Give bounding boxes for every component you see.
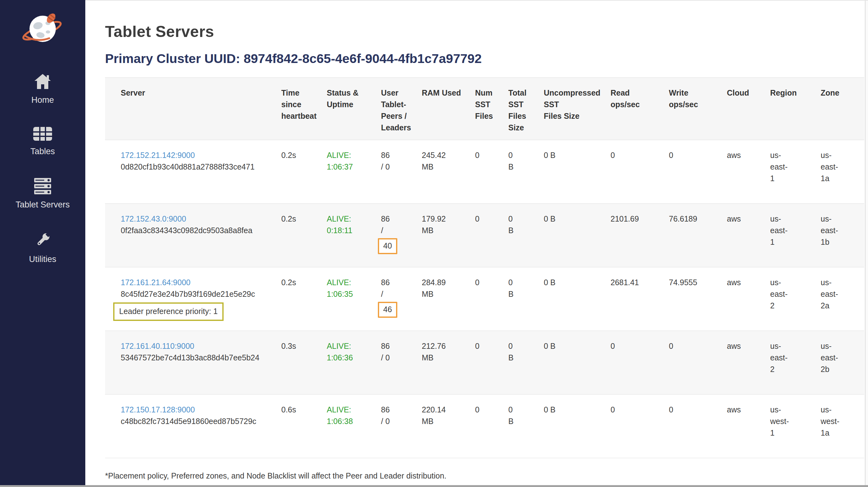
server-link[interactable]: 172.161.21.64:9000 <box>121 278 190 287</box>
cloud-cell: aws <box>727 204 770 267</box>
server-cell: 172.161.40.110:900053467572be7c4d13b3ac8… <box>105 331 281 395</box>
uncompressed-sst-size-cell: 0 B <box>544 267 611 331</box>
heartbeat-cell: 0.2s <box>281 267 327 331</box>
zone-cell: us- east- 1a <box>820 140 864 204</box>
server-uuid: c48bc82fc7314d5e91860eed87b5729c <box>121 416 278 427</box>
peers-leaders-cell: 86/40 <box>381 204 422 267</box>
cloud-cell: aws <box>727 331 770 395</box>
ram-cell: 179.92 MB <box>422 204 475 267</box>
sidebar: Home Tables <box>0 0 85 487</box>
total-sst-size-cell: 0 B <box>508 267 544 331</box>
peers-leaders-cell: 86/ 0 <box>381 140 422 204</box>
server-uuid: 53467572be7c4d13b3ac88d4b7ee5b24 <box>121 352 278 363</box>
column-header: Uncompressed SST Files Size <box>544 78 611 140</box>
sidebar-nav: Home Tables <box>16 73 70 264</box>
column-header: Read ops/sec <box>611 78 669 140</box>
server-cell: 172.152.21.142:90000d820cf1b93c40d881a27… <box>105 140 281 204</box>
total-sst-size-cell: 0 B <box>508 204 544 267</box>
server-link[interactable]: 172.150.17.128:9000 <box>121 405 195 414</box>
column-header: Num SST Files <box>475 78 508 140</box>
total-sst-size-cell: 0 B <box>508 331 544 395</box>
region-cell: us- west- 1 <box>770 395 820 458</box>
sidebar-item-label: Home <box>31 95 54 105</box>
uncompressed-sst-size-cell: 0 B <box>544 395 611 458</box>
status-cell: ALIVE: 1:06:38 <box>327 395 381 458</box>
server-link[interactable]: 172.152.21.142:9000 <box>121 151 195 160</box>
total-sst-size-cell: 0 B <box>508 140 544 204</box>
zone-cell: us- east- 2b <box>820 331 864 395</box>
total-sst-size-cell: 0 B <box>508 395 544 458</box>
heartbeat-cell: 0.2s <box>281 204 327 267</box>
status-cell: ALIVE: 1:06:36 <box>327 331 381 395</box>
scrollbar-track[interactable] <box>865 0 868 487</box>
peers-leaders-cell: 86/ 0 <box>381 331 422 395</box>
server-uuid: 0f2faa3c834343c0982dc9503a8a8fea <box>121 225 278 236</box>
table-row: 172.161.40.110:900053467572be7c4d13b3ac8… <box>105 331 864 395</box>
main-content: Tablet Servers Primary Cluster UUID: 897… <box>85 0 868 487</box>
cloud-cell: aws <box>727 140 770 204</box>
server-cell: 172.150.17.128:9000c48bc82fc7314d5e91860… <box>105 395 281 458</box>
page-title: Tablet Servers <box>105 23 868 41</box>
peers-count: 86 <box>381 404 418 416</box>
sidebar-item-label: Utilities <box>29 255 56 264</box>
server-uuid: 8c45fd27e3e24b7b93f169de21e5e29c <box>121 288 278 300</box>
write-ops-cell: 0 <box>669 140 727 204</box>
table-row: 172.152.21.142:90000d820cf1b93c40d881a27… <box>105 140 864 204</box>
server-cell: 172.152.43.0:90000f2faa3c834343c0982dc95… <box>105 204 281 267</box>
home-icon <box>34 73 52 91</box>
read-ops-cell: 0 <box>611 140 669 204</box>
heartbeat-cell: 0.3s <box>281 331 327 395</box>
read-ops-cell: 2101.69 <box>611 204 669 267</box>
leaders-count-highlight: 46 <box>378 302 397 318</box>
read-ops-cell: 0 <box>611 395 669 458</box>
app-window: Home Tables <box>0 0 868 487</box>
write-ops-cell: 0 <box>669 395 727 458</box>
leaders-separator: / <box>381 288 418 300</box>
region-cell: us- east- 2 <box>770 267 820 331</box>
column-header: Region <box>770 78 820 140</box>
uncompressed-sst-size-cell: 0 B <box>544 204 611 267</box>
num-sst-files-cell: 0 <box>475 140 508 204</box>
sidebar-item-tablet-servers[interactable]: Tablet Servers <box>16 178 70 209</box>
read-ops-cell: 0 <box>611 331 669 395</box>
num-sst-files-cell: 0 <box>475 331 508 395</box>
column-header: User Tablet- Peers / Leaders <box>381 78 422 140</box>
leader-preference-badge: Leader preference priority: 1 <box>113 302 224 321</box>
peers-count: 86 <box>381 150 418 161</box>
sidebar-item-tables[interactable]: Tables <box>30 127 55 156</box>
write-ops-cell: 0 <box>669 331 727 395</box>
server-link[interactable]: 172.152.43.0:9000 <box>121 214 186 223</box>
primary-cluster-uuid-heading: Primary Cluster UUID: 8974f842-8c65-4e6f… <box>105 52 868 66</box>
region-cell: us- east- 1 <box>770 140 820 204</box>
server-link[interactable]: 172.161.40.110:9000 <box>121 342 194 350</box>
peers-leaders-cell: 86/46 <box>381 267 422 331</box>
read-ops-cell: 2681.41 <box>611 267 669 331</box>
sidebar-item-utilities[interactable]: Utilities <box>29 231 56 264</box>
zone-cell: us- west- 1a <box>820 395 864 458</box>
peers-count: 86 <box>381 340 418 352</box>
status-cell: ALIVE: 0:18:11 <box>327 204 381 267</box>
screen-top-edge <box>85 0 868 1</box>
sidebar-item-home[interactable]: Home <box>31 73 54 105</box>
status-cell: ALIVE: 1:06:35 <box>327 267 381 331</box>
yugabyte-logo[interactable] <box>19 11 66 46</box>
ram-cell: 284.89 MB <box>422 267 475 331</box>
uncompressed-sst-size-cell: 0 B <box>544 140 611 204</box>
column-header: Total SST Files Size <box>508 78 544 140</box>
tablet-servers-table: ServerTime since heartbeatStatus & Uptim… <box>105 77 864 458</box>
column-header: Time since heartbeat <box>281 78 327 140</box>
ram-cell: 212.76 MB <box>422 331 475 395</box>
num-sst-files-cell: 0 <box>475 267 508 331</box>
table-row: 172.152.43.0:90000f2faa3c834343c0982dc95… <box>105 204 864 267</box>
table-row: 172.150.17.128:9000c48bc82fc7314d5e91860… <box>105 395 864 458</box>
num-sst-files-cell: 0 <box>475 204 508 267</box>
sidebar-item-label: Tablet Servers <box>16 200 70 209</box>
uncompressed-sst-size-cell: 0 B <box>544 331 611 395</box>
cloud-cell: aws <box>727 395 770 458</box>
column-header: Zone <box>820 78 864 140</box>
num-sst-files-cell: 0 <box>475 395 508 458</box>
column-header: Status & Uptime <box>327 78 381 140</box>
server-cell: 172.161.21.64:90008c45fd27e3e24b7b93f169… <box>105 267 281 331</box>
server-uuid: 0d820cf1b93c40d881a27888f33ce471 <box>121 161 278 173</box>
zone-cell: us- east- 1b <box>820 204 864 267</box>
